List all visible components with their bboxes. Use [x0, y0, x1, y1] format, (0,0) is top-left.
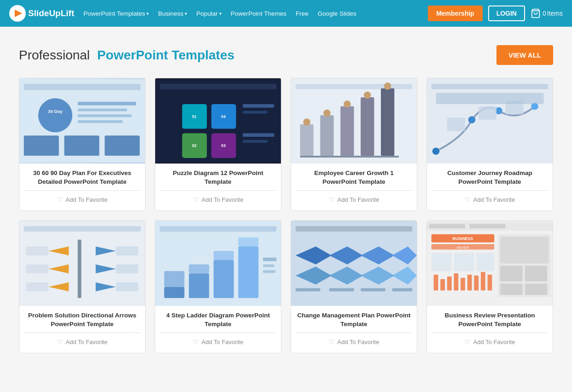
template-thumbnail: BUSINESS REVIEW — [427, 221, 553, 306]
section-title: Professional PowerPoint Templates — [19, 48, 234, 63]
svg-rect-105 — [500, 236, 549, 263]
nav-popular[interactable]: Popular ▾ — [193, 7, 225, 20]
thumb-svg-change — [291, 221, 417, 306]
template-card[interactable]: Change Management Plan PowerPoint Templa… — [291, 220, 417, 353]
template-favorite[interactable]: ♡ Add To Favorite — [297, 194, 411, 205]
cart-area[interactable]: 0 Items — [531, 8, 563, 18]
svg-rect-63 — [116, 246, 139, 256]
logo[interactable]: SlideUpLift — [9, 5, 74, 22]
thumb-svg-journey — [427, 78, 553, 164]
template-thumbnail: 30 Day — [19, 78, 145, 164]
svg-rect-96 — [470, 224, 506, 228]
section-title-highlight: PowerPoint Templates — [97, 48, 234, 62]
svg-rect-78 — [263, 270, 275, 273]
thumb-svg-career — [291, 78, 417, 164]
svg-rect-71 — [189, 264, 209, 274]
thumb-svg-business: BUSINESS REVIEW — [427, 221, 553, 306]
svg-point-35 — [303, 118, 310, 126]
svg-rect-52 — [24, 226, 141, 232]
login-button[interactable]: LOGIN — [488, 6, 525, 21]
template-card[interactable]: Problem Solution Directional Arrows Powe… — [19, 220, 146, 353]
logo-icon — [9, 5, 26, 22]
template-name: Puzzle Diagram 12 PowerPoint Template — [161, 169, 275, 187]
svg-rect-8 — [64, 135, 99, 156]
cart-label: Items — [547, 10, 563, 17]
template-card[interactable]: 30 Day 30 60 90 Day Plan For Executives … — [19, 78, 146, 211]
template-favorite[interactable]: ♡ Add To Favorite — [161, 337, 275, 347]
heart-icon: ♡ — [465, 339, 470, 345]
svg-rect-115 — [467, 275, 472, 290]
template-divider — [161, 333, 275, 333]
nav-powerpoint-templates[interactable]: PowerPoint Templates ▾ — [80, 7, 152, 20]
template-thumbnail — [291, 78, 417, 164]
template-thumbnail — [19, 221, 145, 306]
svg-rect-31 — [320, 115, 333, 156]
nav-business[interactable]: Business ▾ — [154, 7, 191, 20]
template-favorite[interactable]: ♡ Add To Favorite — [432, 194, 547, 205]
svg-rect-111 — [440, 279, 445, 290]
template-name: 4 Step Ladder Diagram PowerPoint Templat… — [161, 311, 275, 329]
template-favorite[interactable]: ♡ Add To Favorite — [25, 337, 140, 347]
view-all-button[interactable]: VIEW ALL — [496, 45, 553, 65]
template-card[interactable]: 4 Step Ladder Diagram PowerPoint Templat… — [155, 220, 281, 353]
svg-rect-40 — [300, 156, 399, 158]
svg-rect-27 — [243, 140, 268, 143]
svg-rect-29 — [296, 84, 413, 89]
heart-icon: ♡ — [329, 196, 334, 203]
template-name: Problem Solution Directional Arrows Powe… — [25, 311, 140, 329]
nav-themes[interactable]: PowerPoint Themes — [227, 7, 290, 20]
svg-point-5 — [38, 98, 72, 132]
template-card[interactable]: Employee Career Growth 1 PowerPoint Temp… — [291, 78, 417, 211]
svg-rect-72 — [214, 260, 234, 298]
membership-button[interactable]: Membership — [428, 6, 482, 21]
svg-rect-110 — [434, 275, 438, 290]
svg-rect-53 — [78, 240, 82, 298]
svg-rect-109 — [525, 284, 548, 295]
svg-rect-95 — [429, 224, 465, 228]
svg-rect-70 — [189, 273, 209, 298]
svg-text:BUSINESS: BUSINESS — [453, 236, 473, 241]
svg-rect-112 — [447, 276, 452, 290]
template-name: Employee Career Growth 1 PowerPoint Temp… — [297, 169, 411, 187]
svg-text:30 Day: 30 Day — [48, 109, 63, 114]
svg-rect-51 — [19, 222, 145, 304]
template-card[interactable]: BUSINESS REVIEW — [426, 220, 553, 353]
chevron-down-icon: ▾ — [146, 11, 149, 16]
template-divider — [25, 333, 140, 333]
thumb-svg-problem — [19, 221, 145, 306]
navbar: SlideUpLift PowerPoint Templates ▾ Busin… — [0, 0, 572, 27]
template-divider — [432, 190, 547, 191]
template-favorite[interactable]: ♡ Add To Favorite — [297, 337, 411, 347]
heart-icon: ♡ — [57, 339, 63, 345]
svg-rect-106 — [500, 266, 523, 281]
nav-free[interactable]: Free — [292, 7, 312, 20]
svg-rect-117 — [481, 272, 485, 290]
template-name: Change Management Plan PowerPoint Templa… — [297, 311, 411, 329]
svg-text:02: 02 — [192, 143, 197, 148]
template-card[interactable]: Customer Journey Roadmap PowerPoint Temp… — [426, 78, 553, 211]
template-thumbnail — [155, 221, 281, 306]
nav-google-slides[interactable]: Google Slides — [314, 7, 360, 20]
heart-icon: ♡ — [57, 196, 63, 203]
svg-rect-65 — [116, 282, 139, 292]
svg-rect-76 — [263, 257, 276, 261]
template-divider — [432, 333, 547, 333]
template-divider — [161, 190, 275, 191]
template-favorite[interactable]: ♡ Add To Favorite — [25, 194, 140, 205]
svg-rect-11 — [78, 109, 127, 111]
template-favorite[interactable]: ♡ Add To Favorite — [432, 337, 547, 347]
logo-text: SlideUpLift — [28, 8, 74, 18]
svg-rect-67 — [160, 226, 277, 232]
cart-icon — [531, 8, 541, 18]
svg-point-39 — [384, 82, 391, 90]
template-card[interactable]: 01 04 02 03 Puzzle Diagram 12 PowerPoint… — [155, 78, 281, 211]
svg-rect-42 — [432, 84, 549, 89]
svg-rect-118 — [488, 275, 492, 290]
svg-rect-25 — [243, 111, 268, 114]
template-thumbnail: 01 04 02 03 — [155, 78, 281, 164]
svg-rect-10 — [78, 102, 136, 105]
template-thumbnail — [291, 221, 417, 306]
svg-rect-102 — [454, 253, 474, 271]
template-favorite[interactable]: ♡ Add To Favorite — [161, 194, 275, 205]
svg-point-36 — [323, 110, 331, 117]
